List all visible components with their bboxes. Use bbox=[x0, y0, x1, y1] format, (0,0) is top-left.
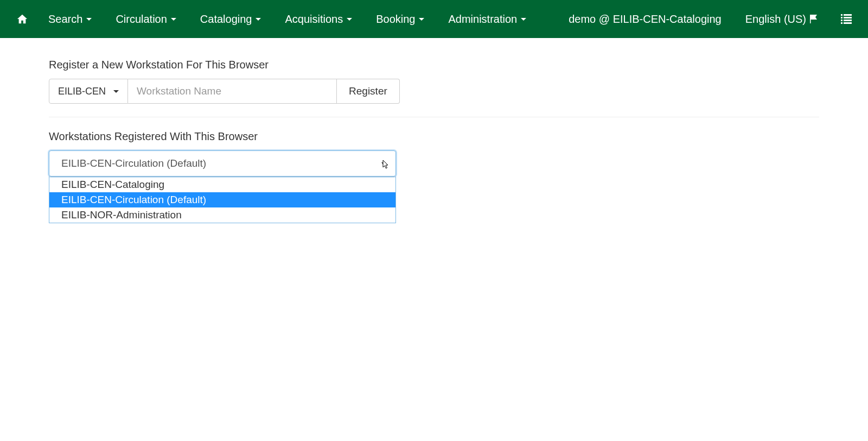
svg-rect-2 bbox=[841, 17, 843, 18]
workstation-selected-value: EILIB-CEN-Circulation (Default) bbox=[61, 158, 206, 169]
register-heading: Register a New Workstation For This Brow… bbox=[49, 59, 819, 71]
svg-rect-0 bbox=[841, 14, 843, 16]
registered-heading: Workstations Registered With This Browse… bbox=[49, 130, 819, 143]
hamburger-menu-icon[interactable] bbox=[831, 0, 857, 38]
svg-rect-7 bbox=[844, 22, 852, 24]
nav-administration[interactable]: Administration bbox=[436, 0, 538, 38]
caret-down-icon bbox=[171, 18, 176, 21]
workstation-options-list: EILIB-CEN-Cataloging EILIB-CEN-Circulati… bbox=[49, 177, 396, 223]
caret-down-icon bbox=[256, 18, 261, 21]
workstation-option[interactable]: EILIB-CEN-Circulation (Default) bbox=[49, 192, 395, 207]
nav-booking-label: Booking bbox=[376, 13, 415, 26]
top-navbar: Search Circulation Cataloging Acquisitio… bbox=[0, 0, 868, 38]
navbar-right: demo @ EILIB-CEN-Cataloging English (US) bbox=[557, 0, 857, 38]
nav-search-label: Search bbox=[48, 13, 82, 26]
home-icon[interactable] bbox=[11, 0, 36, 38]
nav-cataloging-label: Cataloging bbox=[200, 13, 252, 26]
svg-rect-1 bbox=[844, 14, 852, 16]
org-unit-dropdown[interactable]: EILIB-CEN bbox=[49, 79, 128, 104]
org-unit-selected: EILIB-CEN bbox=[58, 86, 106, 97]
user-info-label: demo @ EILIB-CEN-Cataloging bbox=[569, 13, 722, 26]
svg-rect-3 bbox=[844, 17, 852, 18]
nav-booking[interactable]: Booking bbox=[364, 0, 436, 38]
nav-circulation[interactable]: Circulation bbox=[104, 0, 188, 38]
nav-circulation-label: Circulation bbox=[116, 13, 167, 26]
caret-down-icon bbox=[419, 18, 424, 21]
svg-rect-5 bbox=[844, 20, 852, 21]
caret-down-icon bbox=[86, 18, 92, 21]
nav-administration-label: Administration bbox=[448, 13, 517, 26]
navbar-left: Search Circulation Cataloging Acquisitio… bbox=[11, 0, 538, 38]
workstation-name-input[interactable] bbox=[128, 79, 337, 104]
caret-down-icon bbox=[347, 18, 352, 21]
register-button[interactable]: Register bbox=[337, 79, 400, 104]
caret-down-icon bbox=[381, 162, 386, 165]
register-section: Register a New Workstation For This Brow… bbox=[49, 38, 819, 104]
caret-down-icon bbox=[521, 18, 526, 21]
main-container: Register a New Workstation For This Brow… bbox=[38, 38, 830, 223]
register-row: EILIB-CEN Register bbox=[49, 79, 819, 104]
svg-rect-6 bbox=[841, 22, 843, 24]
flag-icon bbox=[809, 15, 819, 23]
locale-label: English (US) bbox=[745, 13, 806, 26]
user-info[interactable]: demo @ EILIB-CEN-Cataloging bbox=[557, 0, 733, 38]
cursor-icon bbox=[382, 160, 390, 172]
registered-section: Workstations Registered With This Browse… bbox=[49, 117, 819, 223]
locale-switcher[interactable]: English (US) bbox=[733, 0, 831, 38]
workstation-select[interactable]: EILIB-CEN-Circulation (Default) bbox=[49, 150, 396, 177]
workstation-select-wrap: EILIB-CEN-Circulation (Default) EILIB-CE… bbox=[49, 150, 396, 223]
nav-acquisitions-label: Acquisitions bbox=[285, 13, 343, 26]
nav-acquisitions[interactable]: Acquisitions bbox=[273, 0, 364, 38]
workstation-option[interactable]: EILIB-CEN-Cataloging bbox=[49, 177, 395, 192]
nav-search[interactable]: Search bbox=[36, 0, 104, 38]
workstation-option[interactable]: EILIB-NOR-Administration bbox=[49, 207, 395, 223]
nav-cataloging[interactable]: Cataloging bbox=[188, 0, 273, 38]
caret-down-icon bbox=[113, 90, 119, 93]
svg-rect-4 bbox=[841, 20, 843, 21]
